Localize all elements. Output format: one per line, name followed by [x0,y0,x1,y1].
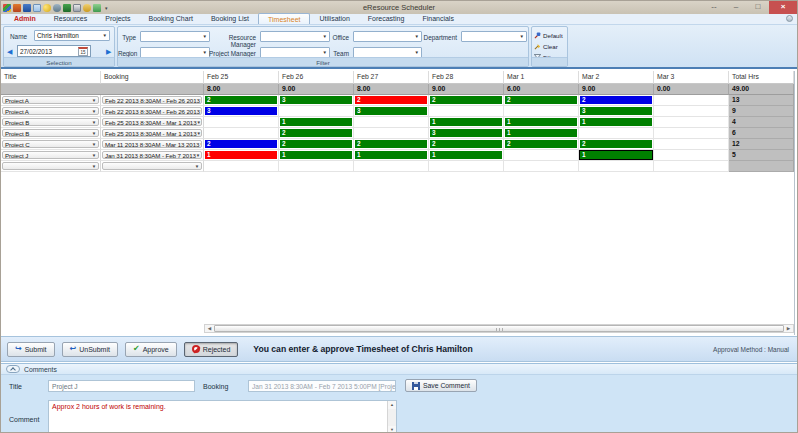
timesheet-cell[interactable] [204,117,279,128]
timesheet-cell[interactable] [354,161,429,172]
tab-booking-list[interactable]: Booking List [202,13,258,24]
vertical-scrollbar[interactable]: ▲ ▼ [387,401,396,433]
timesheet-cell[interactable] [204,128,279,139]
scrollbar-thumb[interactable] [214,325,784,332]
timesheet-cell selected-cell[interactable]: 1 [579,150,654,161]
scroll-down-icon[interactable]: ▼ [388,426,396,433]
printer-icon[interactable] [73,4,81,12]
title-combo[interactable]: Project A▼ [2,107,99,115]
timesheet-cell[interactable] [654,150,729,161]
booking-combo[interactable]: Feb 22 2013 8:30AM - Feb 26 2013▼ [102,107,202,115]
refresh-icon[interactable] [83,4,91,12]
timesheet-cell[interactable] [654,106,729,117]
timesheet-cell[interactable] [354,117,429,128]
date-field[interactable]: 27/02/2013 15 [17,45,91,57]
timesheet-cell[interactable] [654,161,729,172]
booking-combo[interactable]: Feb 25 2013 8:30AM - Mar 1 2013▼ [102,129,202,137]
horizontal-scrollbar[interactable]: ◀ ▶ [204,324,794,333]
timesheet-cell[interactable]: 3 [429,128,504,139]
scroll-right-icon[interactable]: ▶ [784,325,793,332]
type-select[interactable]: ▼ [140,31,210,42]
save-comment-button[interactable]: Save Comment [405,379,477,392]
timesheet-cell[interactable] [354,128,429,139]
timesheet-cell[interactable]: 1 [504,128,579,139]
booking-combo[interactable]: ▼ [102,162,202,170]
timesheet-cell[interactable] [504,150,579,161]
timesheet-cell[interactable] [579,128,654,139]
resource-manager-select[interactable]: ▼ [260,31,330,42]
timesheet-cell[interactable]: 1 [429,150,504,161]
next-week-icon[interactable]: ▶ [106,47,111,57]
timesheet-cell[interactable]: 2 [354,139,429,150]
comment-booking-field[interactable]: Jan 31 2013 8:30AM - Feb 7 2013 5:00PM [… [248,380,396,392]
title-combo[interactable]: Project J▼ [2,151,99,159]
timesheet-cell[interactable] [279,106,354,117]
scroll-left-icon[interactable]: ◀ [205,325,214,332]
tab-forecasting[interactable]: Forecasting [359,13,414,24]
settings-icon[interactable] [53,4,61,12]
title-combo[interactable]: Project B▼ [2,129,99,137]
timesheet-cell[interactable]: 2 [579,95,654,106]
ribbon-options-icon[interactable]: -- [703,1,725,14]
timesheet-cell[interactable]: 1 [279,117,354,128]
monitor-icon[interactable] [63,4,71,12]
collapse-comments-button[interactable] [6,365,20,373]
approve-button[interactable]: ✔ Approve [125,342,177,357]
comment-title-field[interactable]: Project J [48,380,195,392]
timesheet-cell[interactable] [654,128,729,139]
timesheet-cell[interactable] [279,161,354,172]
restore-icon[interactable]: □ [747,1,769,14]
office-select[interactable]: ▼ [353,31,422,42]
app-icon[interactable] [3,4,11,12]
timesheet-cell[interactable]: 3 [579,106,654,117]
tab-projects[interactable]: Projects [96,13,139,24]
timesheet-cell[interactable]: 2 [429,139,504,150]
timesheet-cell[interactable]: 2 [204,95,279,106]
unsubmit-button[interactable]: ↩ UnSubmit [62,342,118,357]
booking-combo[interactable]: Jan 31 2013 8:30AM - Feb 7 2013▼ [102,151,202,159]
timesheet-cell[interactable] [429,161,504,172]
timesheet-cell[interactable]: 3 [204,106,279,117]
timesheet-cell[interactable]: 2 [504,95,579,106]
timesheet-cell[interactable] [429,106,504,117]
timesheet-cell[interactable]: 2 [279,128,354,139]
qat-dropdown-icon[interactable]: ▾ [103,5,110,11]
tab-financials[interactable]: Financials [413,13,463,24]
submit-button[interactable]: ↪ Submit [7,342,55,357]
close-icon[interactable]: × [769,1,797,14]
notebook-icon[interactable] [23,4,31,12]
rejected-button[interactable]: Rejected [184,342,239,357]
booking-combo[interactable]: Feb 25 2013 8:30AM - Mar 1 2013▼ [102,118,202,126]
clear-button[interactable]: Clear [534,41,567,51]
timesheet-cell[interactable]: 3 [354,106,429,117]
calendar-icon[interactable]: 15 [78,47,88,56]
tab-booking-chart[interactable]: Booking Chart [140,13,202,24]
booking-combo[interactable]: Feb 22 2013 8:30AM - Feb 26 2013▼ [102,96,202,104]
title-combo[interactable]: Project A▼ [2,96,99,104]
timesheet-cell[interactable]: 2 [579,139,654,150]
resource-name-select[interactable]: Chris Hamilton▼ [34,30,110,41]
minimize-icon[interactable]: – [725,1,747,14]
title-combo[interactable]: Project C▼ [2,140,99,148]
timesheet-cell[interactable] [504,106,579,117]
timesheet-cell[interactable]: 3 [279,95,354,106]
tab-utilisation[interactable]: Utilisation [310,13,358,24]
timesheet-cell[interactable] [204,161,279,172]
scroll-up-icon[interactable]: ▲ [388,401,396,409]
timesheet-cell[interactable]: 1 [204,150,279,161]
timesheet-cell[interactable] [654,95,729,106]
timesheet-cell[interactable]: 2 [504,139,579,150]
timesheet-cell[interactable]: 1 [504,117,579,128]
timesheet-cell[interactable] [654,117,729,128]
timesheet-cell[interactable]: 1 [579,117,654,128]
timesheet-cell[interactable]: 2 [354,95,429,106]
tab-resources[interactable]: Resources [45,13,96,24]
timesheet-cell[interactable] [504,161,579,172]
title-combo[interactable]: Project B▼ [2,118,99,126]
previous-week-icon[interactable]: ◀ [7,47,12,57]
comment-textarea[interactable]: Approx 2 hours of work is remaining. ▲ ▼ [48,400,397,433]
timesheet-cell[interactable]: 1 [354,150,429,161]
tab-timesheet[interactable]: Timesheet [258,13,310,24]
edit-icon[interactable] [33,4,41,12]
help-icon[interactable] [786,15,793,22]
